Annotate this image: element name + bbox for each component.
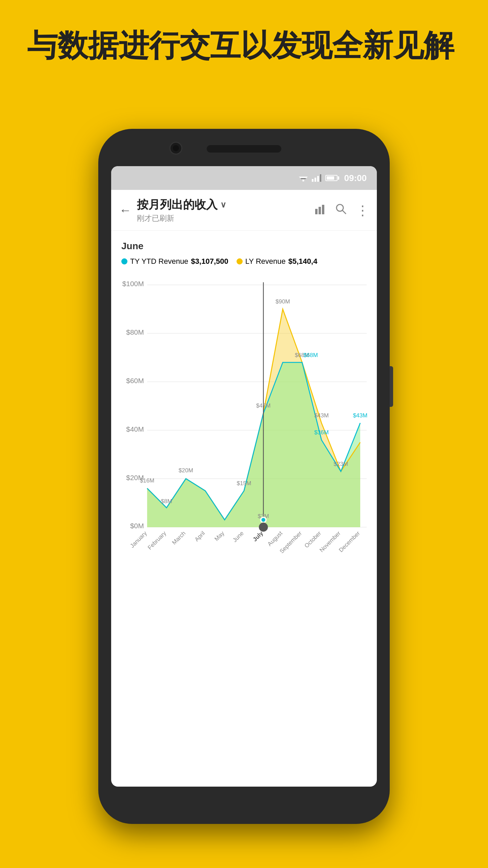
wifi-icon: [299, 175, 308, 181]
signal-icon: [312, 174, 321, 182]
legend-ly-label: LY Revenue: [245, 257, 286, 266]
revenue-chart[interactable]: $100M $80M $60M $40M $20M $0M: [121, 273, 367, 563]
back-button[interactable]: ←: [119, 203, 131, 217]
phone-side-button: [390, 366, 393, 407]
svg-rect-5: [314, 178, 316, 182]
chart-svg-wrapper[interactable]: $100M $80M $60M $40M $20M $0M: [121, 273, 367, 565]
legend-ly: LY Revenue $5,140,4: [237, 257, 318, 266]
chart-view-button[interactable]: [315, 203, 326, 217]
svg-point-42: [261, 518, 265, 522]
svg-text:$68M: $68M: [303, 352, 318, 358]
app-title: 按月列出的收入 ∨: [137, 197, 315, 213]
svg-text:$15M: $15M: [237, 480, 251, 487]
svg-text:$20M: $20M: [179, 467, 193, 474]
svg-text:June: June: [231, 530, 245, 543]
chart-area: June TY YTD Revenue $3,107,500 LY Revenu…: [111, 231, 377, 568]
phone-camera: [169, 142, 182, 155]
svg-rect-4: [312, 179, 313, 182]
svg-text:February: February: [146, 530, 168, 551]
svg-rect-7: [320, 174, 321, 182]
selected-month-label: June: [121, 241, 367, 252]
legend-ty: TY YTD Revenue $3,107,500: [121, 257, 228, 266]
svg-text:$36M: $36M: [314, 429, 329, 436]
svg-text:$60M: $60M: [126, 377, 144, 384]
svg-text:October: October: [303, 530, 322, 549]
svg-text:April: April: [193, 530, 206, 542]
svg-text:$80M: $80M: [126, 328, 144, 336]
phone-device: 09:00 ← 按月列出的收入 ∨ 刚才已刷新: [98, 129, 390, 824]
svg-text:August: August: [266, 530, 284, 547]
legend-ty-label: TY YTD Revenue: [130, 257, 188, 266]
svg-text:January: January: [129, 530, 148, 549]
toolbar-icons: ⋮: [315, 202, 369, 218]
app-subtitle: 刚才已刷新: [137, 213, 315, 223]
status-bar: 09:00: [111, 166, 377, 190]
legend-ly-value: $5,140,4: [288, 257, 318, 266]
headline: 与数据进行交互以发现全新见解: [27, 27, 461, 64]
svg-point-43: [259, 522, 268, 532]
more-options-button[interactable]: ⋮: [356, 202, 369, 218]
title-area: 按月列出的收入 ∨ 刚才已刷新: [137, 197, 315, 223]
svg-rect-6: [317, 176, 319, 182]
svg-text:$0M: $0M: [130, 522, 144, 530]
legend-ly-dot: [237, 258, 243, 264]
svg-rect-8: [315, 209, 318, 214]
phone-speaker: [207, 145, 281, 153]
svg-rect-10: [322, 205, 324, 214]
legend-ty-value: $3,107,500: [191, 257, 228, 266]
svg-text:$8M: $8M: [161, 498, 172, 505]
svg-text:$16M: $16M: [140, 477, 155, 484]
app-bar: ← 按月列出的收入 ∨ 刚才已刷新: [111, 190, 377, 231]
phone-screen: 09:00 ← 按月列出的收入 ∨ 刚才已刷新: [111, 166, 377, 787]
svg-text:$43M: $43M: [314, 412, 329, 419]
legend-ty-dot: [121, 258, 127, 264]
search-button[interactable]: [336, 203, 346, 217]
svg-text:$47M: $47M: [256, 402, 271, 409]
svg-text:$40M: $40M: [126, 425, 144, 433]
svg-text:December: December: [338, 530, 361, 553]
svg-text:$90M: $90M: [276, 298, 290, 305]
svg-line-12: [342, 210, 346, 214]
svg-text:July: July: [251, 530, 265, 543]
svg-text:$23M: $23M: [333, 460, 348, 467]
svg-text:May: May: [213, 530, 226, 542]
status-time: 09:00: [344, 173, 367, 183]
svg-text:$100M: $100M: [122, 280, 144, 288]
chart-legend: TY YTD Revenue $3,107,500 LY Revenue $5,…: [121, 257, 367, 266]
svg-text:$43M: $43M: [353, 412, 368, 419]
svg-rect-9: [319, 207, 321, 214]
dropdown-arrow[interactable]: ∨: [220, 200, 226, 210]
battery-icon: [325, 175, 338, 181]
svg-text:March: March: [171, 530, 187, 546]
